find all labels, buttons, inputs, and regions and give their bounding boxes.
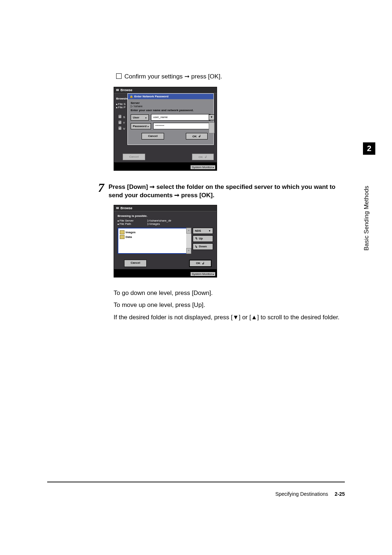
chapter-label: Basic Sending Methods [363,156,375,253]
password-prompt: Enter your user name and network passwor… [131,109,211,112]
lock-icon: 🔒 [130,95,133,98]
up-button[interactable]: ↰Up [193,235,213,242]
footer-rule [47,482,345,482]
list-item[interactable]: Images [120,230,189,235]
footer-section: Specifying Destinations [275,491,328,497]
system-monitor-button[interactable]: System Monitor [191,165,215,169]
send-icon: ✉ [116,88,119,92]
password-dialog: 🔒 Enter Network Password Server ▷ \\shar… [127,93,214,145]
password-dialog-title: 🔒 Enter Network Password [128,94,213,99]
step-number: 7 [98,182,104,194]
cancel-button-2[interactable]: Cancel [124,260,147,267]
server-value: \\share [134,105,142,108]
chapter-tab: 2 [363,142,375,155]
screenshot-browse-folder: ✉ Browse Browsing is possible. File Serv… [114,205,217,278]
down-arrow-icon: ↳ [195,245,198,248]
after-text-3: If the desired folder is not displayed, … [114,313,345,322]
dropdown-icon[interactable]: ▼ [209,114,215,120]
up-arrow-icon: ↰ [195,237,198,240]
instruction-prefix: Confirm your settings [124,73,183,80]
nds-dropdown[interactable]: NDS [193,228,213,234]
ok-button[interactable]: OK↲ [186,133,208,139]
instruction-line: Confirm your settings ➞ press [OK]. [116,73,345,80]
password-button[interactable]: Password [131,123,151,129]
scroll-down-icon[interactable]: ▼ [186,248,191,254]
step-instruction: Press [Down] ➞ select the folder on the … [109,182,345,200]
file-path-value: \Images [150,222,160,226]
after-text-1: To go down one level, press [Down]. [114,288,345,298]
instruction-action: press [OK]. [191,73,222,80]
folder-icon [120,230,124,234]
folder-icon [120,235,124,239]
scrollbar[interactable]: ▲ ▼ [186,228,191,254]
folder-list[interactable]: Images Data ▲ ▼ [118,228,191,254]
outer-ok-button: OK↲ [192,154,214,160]
user-field[interactable]: user_name [151,114,211,121]
cancel-button[interactable]: Cancel [142,133,164,139]
server-label: Server [131,101,140,105]
file-server-label: File Server [118,219,147,222]
checkbox-icon [116,73,122,79]
browsing-status: Browsing is possible. [118,214,213,218]
down-button[interactable]: ↳Down [193,243,213,250]
page-footer: Specifying Destinations 2-25 [275,491,345,497]
scroll-up-icon[interactable]: ▲ [186,228,191,234]
after-text-2: To move up one level, press [Up]. [114,300,345,310]
footer-page: 2-25 [335,491,345,497]
browse-titlebar: ✉ Browse [114,87,217,93]
browse-title-2: Browse [121,206,132,210]
send-icon: ✉ [116,206,119,210]
file-path-label: File Path [118,222,147,226]
browse-title: Browse [121,88,132,92]
list-item[interactable]: Data [120,235,189,239]
ok-button-2[interactable]: OK↲ [189,260,212,267]
browse-titlebar-2: ✉ Browse [114,205,217,211]
screenshot-network-password: ✉ Browse Browsin File S File P 🖥 S 🖥 T 🖥… [114,87,217,171]
file-server-value: \\share\share_dir [150,219,171,222]
system-monitor-button-2[interactable]: System Monitor [191,272,215,276]
outer-cancel-button: Cancel [123,154,145,160]
user-button[interactable]: User [131,114,149,121]
password-field[interactable]: ******** [153,123,211,129]
